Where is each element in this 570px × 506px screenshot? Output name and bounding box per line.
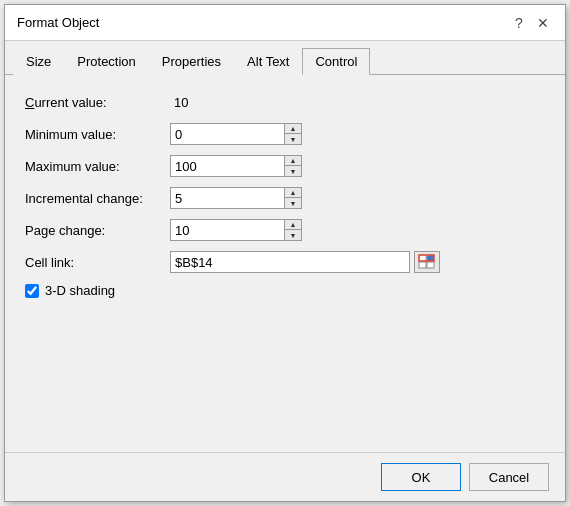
shading-label[interactable]: 3-D shading [45, 283, 115, 298]
tab-control[interactable]: Control [302, 48, 370, 75]
cell-link-input[interactable] [170, 251, 410, 273]
svg-rect-0 [419, 255, 426, 261]
incremental-change-up[interactable]: ▲ [285, 188, 301, 198]
help-button[interactable]: ? [509, 13, 529, 33]
svg-rect-1 [427, 255, 434, 261]
tab-properties[interactable]: Properties [149, 48, 234, 75]
page-change-row: Page change: ▲ ▼ [25, 219, 545, 241]
maximum-value-input[interactable] [170, 155, 285, 177]
maximum-value-row: Maximum value: ▲ ▼ [25, 155, 545, 177]
title-buttons: ? ✕ [509, 13, 553, 33]
maximum-value-spinner-buttons: ▲ ▼ [285, 155, 302, 177]
cell-link-row: Cell link: [25, 251, 545, 273]
minimum-value-up[interactable]: ▲ [285, 124, 301, 134]
minimum-value-row: Minimum value: ▲ ▼ [25, 123, 545, 145]
incremental-change-row: Incremental change: ▲ ▼ [25, 187, 545, 209]
page-change-input[interactable] [170, 219, 285, 241]
close-button[interactable]: ✕ [533, 13, 553, 33]
current-value-label: Current value: [25, 95, 170, 110]
tab-bar: Size Protection Properties Alt Text Cont… [5, 41, 565, 75]
tab-protection[interactable]: Protection [64, 48, 149, 75]
dialog-title: Format Object [17, 15, 99, 30]
current-value-row: Current value: [25, 91, 545, 113]
tab-alt-text[interactable]: Alt Text [234, 48, 302, 75]
title-bar: Format Object ? ✕ [5, 5, 565, 41]
page-change-up[interactable]: ▲ [285, 220, 301, 230]
format-object-dialog: Format Object ? ✕ Size Protection Proper… [4, 4, 566, 502]
dialog-footer: OK Cancel [5, 452, 565, 501]
page-change-label: Page change: [25, 223, 170, 238]
incremental-change-input[interactable] [170, 187, 285, 209]
ok-button[interactable]: OK [381, 463, 461, 491]
incremental-change-down[interactable]: ▼ [285, 198, 301, 208]
shading-checkbox[interactable] [25, 284, 39, 298]
maximum-value-label: Maximum value: [25, 159, 170, 174]
minimum-value-label: Minimum value: [25, 127, 170, 142]
incremental-change-spinner-buttons: ▲ ▼ [285, 187, 302, 209]
maximum-value-down[interactable]: ▼ [285, 166, 301, 176]
maximum-value-spinner: ▲ ▼ [170, 155, 302, 177]
minimum-value-input[interactable] [170, 123, 285, 145]
maximum-value-up[interactable]: ▲ [285, 156, 301, 166]
cell-link-label: Cell link: [25, 255, 170, 270]
minimum-value-spinner-buttons: ▲ ▼ [285, 123, 302, 145]
page-change-down[interactable]: ▼ [285, 230, 301, 240]
current-value-input[interactable] [170, 91, 290, 113]
incremental-change-spinner: ▲ ▼ [170, 187, 302, 209]
cell-link-wrapper [170, 251, 440, 273]
page-change-spinner-buttons: ▲ ▼ [285, 219, 302, 241]
cancel-button[interactable]: Cancel [469, 463, 549, 491]
minimum-value-down[interactable]: ▼ [285, 134, 301, 144]
page-change-spinner: ▲ ▼ [170, 219, 302, 241]
grid-icon [418, 254, 436, 270]
cell-link-browse-button[interactable] [414, 251, 440, 273]
svg-rect-3 [427, 262, 434, 268]
svg-rect-2 [419, 262, 426, 268]
tab-size[interactable]: Size [13, 48, 64, 75]
incremental-change-label: Incremental change: [25, 191, 170, 206]
minimum-value-spinner: ▲ ▼ [170, 123, 302, 145]
tab-content: Current value: Minimum value: ▲ ▼ Maximu… [5, 75, 565, 452]
shading-row: 3-D shading [25, 283, 545, 298]
